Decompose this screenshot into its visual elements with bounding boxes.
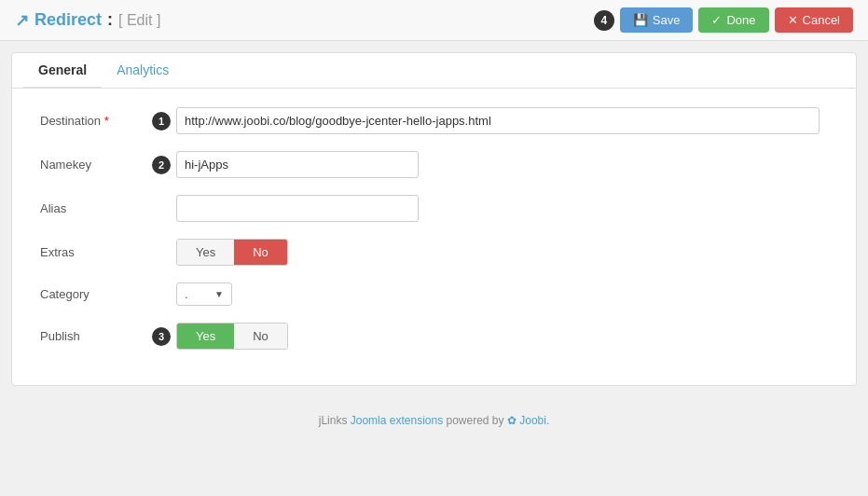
namekey-badge: 2 [152,156,171,174]
title-redirect: Redirect [34,10,102,30]
footer-text: jLinks [319,414,348,427]
cancel-button[interactable]: ✕ Cancel [775,7,853,33]
alias-input[interactable] [176,195,419,222]
save-icon: 💾 [633,13,648,27]
done-label: Done [726,13,755,27]
publish-label: Publish [40,329,152,343]
header-actions: 4 💾 Save ✓ Done ✕ Cancel [594,7,853,33]
publish-row: Publish 3 Yes No [40,323,828,350]
destination-badge: 1 [152,112,171,131]
namekey-input[interactable] [176,151,419,178]
step-badge-4: 4 [594,10,614,31]
namekey-row: Namekey 2 [40,151,828,178]
main-panel: General Analytics Destination * 1 Nameke… [11,52,857,386]
title-edit: [ Edit ] [118,12,160,29]
required-marker: * [104,114,109,128]
publish-yes-button[interactable]: Yes [177,324,234,349]
extras-no-button[interactable]: No [234,240,287,265]
chevron-down-icon: ▼ [214,289,224,299]
extras-label: Extras [40,245,152,259]
extras-row: Extras Yes No [40,239,828,266]
footer-link[interactable]: Joomla extensions [351,414,443,427]
publish-toggle: Yes No [176,323,288,350]
publish-badge: 3 [152,327,171,346]
cancel-label: Cancel [803,13,840,27]
alias-row: Alias [40,195,828,222]
redirect-icon: ↗ [15,10,29,31]
publish-no-button[interactable]: No [234,324,287,349]
form-area: Destination * 1 Namekey 2 Alias Extras Y… [12,89,856,385]
top-bar: ↗ Redirect : [ Edit ] 4 💾 Save ✓ Done ✕ … [0,0,868,41]
joobi-logo-icon: ✿ [507,414,517,427]
page-title: ↗ Redirect : [ Edit ] [15,10,160,31]
destination-row: Destination * 1 [40,107,828,134]
tab-general[interactable]: General [23,53,102,89]
footer-powered: powered by [447,414,504,427]
tab-analytics[interactable]: Analytics [102,53,184,89]
category-row: Category . ▼ [40,282,828,306]
tabs-bar: General Analytics [12,53,856,89]
footer: jLinks Joomla extensions powered by ✿ Jo… [0,397,868,444]
cancel-icon: ✕ [788,13,798,27]
save-button[interactable]: 💾 Save [620,7,694,33]
done-button[interactable]: ✓ Done [698,7,768,33]
save-label: Save [653,13,681,27]
done-icon: ✓ [711,13,722,27]
destination-label: Destination * [40,114,152,128]
category-value: . [185,287,188,301]
extras-toggle: Yes No [176,239,288,266]
namekey-label: Namekey [40,158,152,172]
footer-brand: Joobi. [519,414,549,427]
category-label: Category [40,287,152,301]
extras-yes-button[interactable]: Yes [177,240,234,265]
destination-input[interactable] [176,107,820,134]
title-separator: : [107,10,113,30]
category-select[interactable]: . ▼ [176,282,232,306]
alias-label: Alias [40,201,152,215]
